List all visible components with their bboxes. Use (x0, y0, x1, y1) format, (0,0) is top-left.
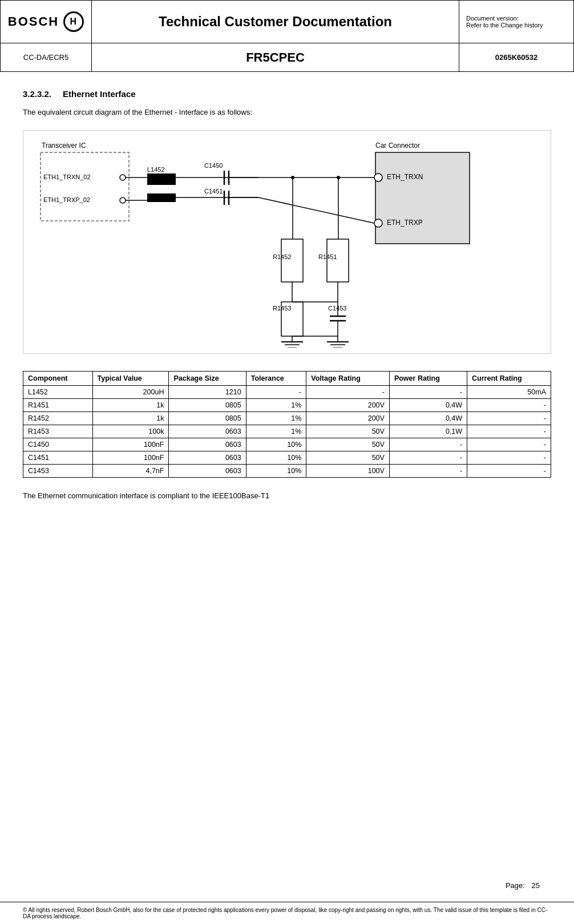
table-cell: 200V (306, 412, 390, 425)
table-cell: 1% (246, 399, 306, 412)
table-cell: 0603 (169, 451, 246, 465)
table-row: R14521k08051%200V0,4W- (23, 412, 551, 425)
svg-text:C1450: C1450 (204, 162, 223, 169)
table-row: R1453100k06031%50V0,1W- (23, 425, 551, 438)
table-cell: 0805 (169, 399, 246, 412)
section-title: Ethernet Interface (63, 89, 136, 99)
svg-text:Transceiver IC: Transceiver IC (42, 142, 86, 150)
svg-text:ETH1_TRXN_02: ETH1_TRXN_02 (43, 173, 91, 180)
table-cell: 0603 (169, 438, 246, 451)
table-cell: 50V (306, 438, 390, 451)
table-cell: 50V (306, 451, 390, 465)
table-cell: 50V (306, 425, 390, 438)
svg-rect-8 (147, 173, 176, 185)
svg-text:C1453: C1453 (328, 305, 346, 312)
table-cell: - (306, 386, 390, 399)
svg-point-6 (120, 197, 126, 203)
header-title: Technical Customer Documentation (92, 1, 459, 43)
table-cell: 0,1W (389, 425, 467, 438)
bosch-wordmark: BOSCH (8, 14, 59, 29)
table-cell: - (467, 412, 551, 425)
component-table: Component Typical Value Package Size Tol… (23, 371, 551, 478)
table-cell: 1% (246, 412, 306, 425)
svg-point-28 (374, 219, 382, 227)
svg-rect-11 (147, 193, 176, 202)
svg-point-56 (291, 176, 294, 179)
table-cell: - (389, 386, 467, 399)
table-cell: 1k (92, 412, 169, 425)
sub-header-model: FR5CPEC (92, 43, 459, 71)
table-cell: 200uH (92, 386, 169, 399)
page-number-area: Page: 25 (506, 881, 540, 890)
svg-rect-24 (375, 152, 470, 244)
table-cell: - (389, 451, 467, 465)
section-heading: 3.2.3.2. Ethernet Interface (23, 89, 551, 99)
svg-point-57 (337, 176, 340, 179)
svg-rect-36 (327, 239, 349, 282)
table-cell: - (467, 451, 551, 465)
page-label: Page: (506, 881, 525, 890)
col-header-typical-value: Typical Value (92, 372, 169, 386)
svg-text:L1452: L1452 (147, 166, 165, 173)
table-cell: 1% (246, 425, 306, 438)
col-header-current-rating: Current Rating (467, 372, 551, 386)
table-cell: 100nF (92, 451, 169, 465)
svg-text:R1452: R1452 (273, 253, 291, 260)
table-cell: 0603 (169, 465, 246, 478)
table-row: C1450100nF060310%50V-- (23, 438, 551, 451)
table-cell: 0805 (169, 412, 246, 425)
table-cell: - (246, 386, 306, 399)
table-cell: 10% (246, 465, 306, 478)
table-cell: 100V (306, 465, 390, 478)
table-header-row: Component Typical Value Package Size Tol… (23, 372, 551, 386)
circuit-diagram: Transceiver IC Car Connector ETH1_TRXN_0… (23, 130, 551, 354)
bosch-circle-icon: H (63, 11, 84, 32)
svg-text:Car Connector: Car Connector (375, 142, 420, 150)
page-number: 25 (532, 881, 540, 890)
table-row: L1452200uH1210---50mA (23, 386, 551, 399)
doc-version-value: Refer to the Change history (466, 22, 543, 29)
table-cell: - (467, 399, 551, 412)
svg-point-26 (374, 173, 382, 181)
sub-header-code: CC-DA/ECR5 (1, 43, 92, 71)
svg-text:R1451: R1451 (318, 253, 337, 260)
svg-text:ETH_TRXN: ETH_TRXN (387, 173, 423, 181)
sub-header: CC-DA/ECR5 FR5CPEC 0265K60532 (0, 43, 574, 72)
table-cell: R1451 (23, 399, 93, 412)
col-header-voltage-rating: Voltage Rating (306, 372, 390, 386)
svg-text:ETH1_TRXP_02: ETH1_TRXP_02 (43, 196, 90, 203)
col-header-component: Component (23, 372, 93, 386)
table-cell: 0,4W (389, 412, 467, 425)
header-logo: BOSCH H (1, 1, 92, 43)
table-cell: 200V (306, 399, 390, 412)
copyright-footer: © All rights reserved, Robert Bosch GmbH… (0, 902, 574, 924)
table-cell: 1210 (169, 386, 246, 399)
bosch-logo-text: BOSCH H (8, 11, 84, 32)
table-cell: 0603 (169, 425, 246, 438)
section-intro: The equivalent circuit diagram of the Et… (23, 108, 551, 116)
table-cell: 4,7nF (92, 465, 169, 478)
col-header-power-rating: Power Rating (389, 372, 467, 386)
table-cell: 100nF (92, 438, 169, 451)
footer-text: The Ethernet communication interface is … (23, 491, 551, 500)
svg-point-4 (120, 175, 126, 180)
svg-text:R1453: R1453 (273, 305, 291, 312)
svg-text:C1451: C1451 (204, 188, 223, 195)
header: BOSCH H Technical Customer Documentation… (0, 0, 574, 43)
table-cell: - (389, 438, 467, 451)
doc-version-label: Document version: (466, 15, 519, 22)
table-cell: C1450 (23, 438, 93, 451)
table-cell: - (467, 438, 551, 451)
table-cell: 100k (92, 425, 169, 438)
table-cell: 10% (246, 438, 306, 451)
table-cell: C1453 (23, 465, 93, 478)
table-cell: 10% (246, 451, 306, 465)
table-cell: L1452 (23, 386, 93, 399)
header-doc-version: Document version: Refer to the Change hi… (459, 1, 573, 43)
svg-rect-2 (41, 152, 129, 221)
circuit-svg: Transceiver IC Car Connector ETH1_TRXN_0… (36, 136, 538, 348)
section-number: 3.2.3.2. (23, 89, 51, 99)
table-cell: - (467, 465, 551, 478)
svg-rect-34 (281, 239, 303, 282)
table-cell: 0,4W (389, 399, 467, 412)
